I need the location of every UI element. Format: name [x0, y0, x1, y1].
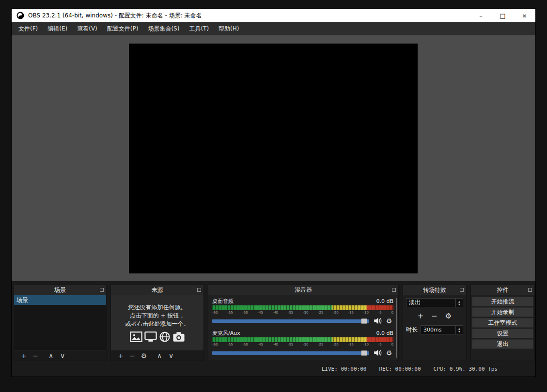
sources-panel-title: 来源	[152, 286, 163, 294]
camera-source-icon	[172, 332, 185, 342]
exit-button[interactable]: 退出	[472, 339, 533, 349]
float-dock-icon[interactable]	[460, 288, 464, 292]
add-transition-icon[interactable]: +	[418, 312, 424, 320]
menu-view[interactable]: 查看(V)	[72, 22, 102, 35]
scene-list[interactable]: 场景	[14, 295, 106, 350]
maximize-button[interactable]: □	[492, 9, 514, 22]
window-title: OBS 23.2.1 (64-bit, windows) - 配置文件: 未命名…	[28, 12, 470, 20]
volume-slider[interactable]	[212, 319, 369, 323]
sources-empty-line: 点击下面的 + 按钮，	[130, 312, 185, 320]
title-bar: OBS 23.2.1 (64-bit, windows) - 配置文件: 未命名…	[12, 9, 535, 22]
scenes-toolbar: + − ∧ ∨	[14, 350, 106, 361]
transition-select[interactable]: 淡出 ▲ ▼	[406, 298, 463, 307]
channel-level: 0.0 dB	[376, 298, 393, 304]
speaker-icon[interactable]	[374, 317, 382, 325]
volume-meter	[212, 305, 393, 310]
preview-area	[12, 35, 535, 281]
volume-meter	[212, 337, 393, 342]
menu-file[interactable]: 文件(F)	[14, 22, 43, 35]
mixer-channel-mic-aux: 麦克风/Aux 0.0 dB -60-55-50-45-40-35-30-25-…	[212, 330, 393, 357]
mixer-scrollbar[interactable]	[396, 298, 397, 358]
controls-panel-title: 控件	[497, 286, 509, 294]
transitions-panel-header: 转场特效	[403, 285, 466, 295]
duration-label: 时长	[406, 326, 418, 334]
spinner-down-icon[interactable]: ▼	[458, 330, 460, 333]
source-down-icon[interactable]: ∨	[165, 352, 177, 360]
channel-level: 0.0 dB	[376, 330, 393, 336]
live-time: LIVE: 00:00:00	[322, 366, 367, 372]
source-up-icon[interactable]: ∧	[154, 352, 165, 360]
mixer-panel-title: 混音器	[295, 286, 312, 294]
duration-value: 300ms	[421, 327, 455, 333]
volume-slider[interactable]	[212, 351, 369, 355]
transitions-panel: 转场特效 淡出 ▲ ▼ + − ⚙ 时长	[403, 285, 467, 361]
transitions-toolbar: + − ⚙	[406, 312, 463, 320]
add-source-icon[interactable]: +	[115, 352, 126, 360]
close-button[interactable]: ×	[514, 9, 535, 22]
scene-list-item[interactable]: 场景	[14, 295, 106, 305]
transitions-panel-title: 转场特效	[423, 286, 446, 294]
menu-tools[interactable]: 工具(T)	[184, 22, 214, 35]
display-source-icon	[144, 332, 157, 342]
menu-profile[interactable]: 配置文件(P)	[102, 22, 143, 35]
transition-selected-value: 淡出	[406, 299, 455, 307]
dock-area: 场景 场景 + − ∧ ∨ 来源	[12, 281, 535, 361]
scenes-panel: 场景 场景 + − ∧ ∨	[14, 285, 107, 361]
studio-mode-button[interactable]: 工作室模式	[472, 318, 533, 328]
browser-source-icon	[159, 332, 171, 342]
float-dock-icon[interactable]	[197, 288, 201, 292]
image-source-icon	[130, 332, 142, 342]
sources-toolbar: + − ⚙ ∧ ∨	[111, 350, 203, 361]
duration-input[interactable]: 300ms ▲ ▼	[421, 325, 463, 334]
channel-name: 桌面音频	[212, 298, 234, 305]
menu-scene-collection[interactable]: 场景集合(S)	[143, 22, 184, 35]
scenes-panel-title: 场景	[54, 286, 66, 294]
menu-edit[interactable]: 编辑(E)	[43, 22, 72, 35]
rec-time: REC: 00:00:00	[379, 366, 421, 372]
sources-empty-line: 您还没有添加任何源。	[128, 303, 187, 312]
float-dock-icon[interactable]	[528, 288, 532, 292]
start-recording-button[interactable]: 开始录制	[472, 307, 533, 317]
add-scene-icon[interactable]: +	[18, 352, 30, 360]
meter-scale: -60-55-50-45-40-35-30-25-20-15-10-50	[212, 311, 393, 315]
sources-empty-line: 或者右击此处添加一个。	[125, 320, 189, 328]
minimize-button[interactable]: –	[470, 9, 492, 22]
source-properties-gear-icon[interactable]: ⚙	[138, 352, 150, 360]
mixer-panel-header: 混音器	[208, 285, 398, 295]
menu-bar: 文件(F) 编辑(E) 查看(V) 配置文件(P) 场景集合(S) 工具(T) …	[12, 22, 535, 35]
cpu-fps-stats: CPU: 0.9%, 30.00 fps	[434, 366, 498, 372]
transition-properties-gear-icon[interactable]: ⚙	[445, 312, 452, 320]
preview-canvas[interactable]	[129, 44, 418, 273]
mixer-panel: 混音器 桌面音频 0.0 dB -60-55-50-45-40-35-30-25…	[208, 285, 399, 361]
controls-panel: 控件 开始推流 开始录制 工作室模式 设置 退出	[470, 285, 535, 361]
channel-settings-gear-icon[interactable]: ⚙	[385, 349, 393, 357]
obs-window: OBS 23.2.1 (64-bit, windows) - 配置文件: 未命名…	[12, 9, 535, 377]
controls-panel-header: 控件	[471, 285, 534, 295]
menu-help[interactable]: 帮助(H)	[214, 22, 244, 35]
channel-name: 麦克风/Aux	[212, 330, 240, 337]
settings-button[interactable]: 设置	[472, 329, 533, 338]
mixer-channel-desktop-audio: 桌面音频 0.0 dB -60-55-50-45-40-35-30-25-20-…	[212, 298, 393, 325]
volume-slider-handle[interactable]	[361, 318, 367, 324]
start-streaming-button[interactable]: 开始推流	[472, 297, 533, 306]
sources-panel: 来源 您还没有添加任何源。 点击下面的 + 按钮， 或者右击此处添加一个。	[110, 285, 204, 361]
speaker-icon[interactable]	[374, 348, 382, 357]
sources-empty-area[interactable]: 您还没有添加任何源。 点击下面的 + 按钮， 或者右击此处添加一个。	[111, 295, 203, 350]
meter-scale: -60-55-50-45-40-35-30-25-20-15-10-50	[212, 343, 393, 347]
remove-source-icon[interactable]: −	[126, 352, 138, 360]
remove-scene-icon[interactable]: −	[30, 352, 41, 360]
scene-down-icon[interactable]: ∨	[57, 352, 68, 360]
float-dock-icon[interactable]	[392, 288, 396, 292]
obs-logo-icon	[16, 12, 24, 19]
scene-up-icon[interactable]: ∧	[45, 352, 57, 360]
channel-settings-gear-icon[interactable]: ⚙	[385, 317, 393, 325]
float-dock-icon[interactable]	[100, 288, 104, 292]
spinner-down-icon[interactable]: ▼	[458, 303, 460, 306]
sources-panel-header: 来源	[111, 285, 203, 295]
status-bar: LIVE: 00:00:00 REC: 00:00:00 CPU: 0.9%, …	[12, 361, 535, 377]
scenes-panel-header: 场景	[14, 285, 106, 295]
remove-transition-icon[interactable]: −	[431, 312, 438, 320]
source-type-icons	[130, 332, 185, 342]
volume-slider-handle[interactable]	[361, 350, 367, 356]
